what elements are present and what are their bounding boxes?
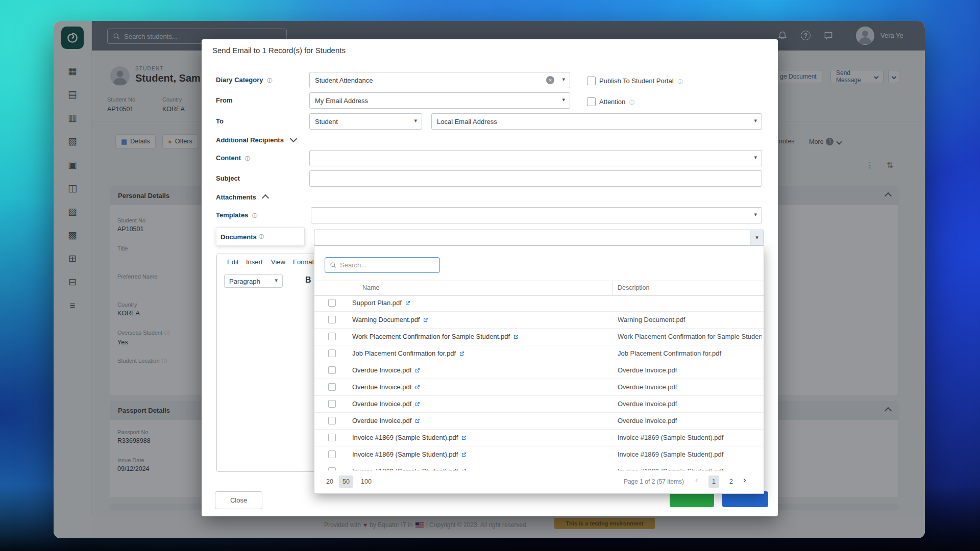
combobox-toggle-button[interactable]: ▾ [750,230,764,245]
document-description: Warning Document.pdf [618,316,762,323]
to-email-select[interactable]: Local Email Address ▾ [431,113,762,130]
column-header-description[interactable]: Description [618,284,650,291]
page-2-button[interactable]: 2 [726,475,737,488]
table-row[interactable]: Invoice #1869 (Sample Student).pdf Invoi… [314,430,764,446]
external-link-icon[interactable] [461,435,467,441]
publish-portal-label: Publish To Student Portal ⓘ [599,77,682,85]
document-name: Job Placement Confirmation for.pdf [352,349,465,357]
table-row[interactable]: Overdue Invoice.pdf Overdue Invoice.pdf [314,413,764,430]
row-checkbox[interactable] [328,299,336,307]
documents-search-input[interactable]: Search... [325,257,440,273]
row-checkbox[interactable] [328,366,336,374]
row-checkbox[interactable] [328,383,336,391]
info-icon: ⓘ [259,233,264,240]
document-description: Invoice #1869 (Sample Student).pdf [618,467,762,470]
page-size-100[interactable]: 100 [357,475,375,488]
table-row[interactable]: Job Placement Confirmation for.pdf Job P… [314,345,764,362]
page-1-button[interactable]: 1 [708,475,719,488]
caret-down-icon[interactable]: ▾ [754,117,757,124]
external-link-icon[interactable] [414,384,421,390]
row-checkbox[interactable] [328,400,336,408]
from-label: From [216,96,233,104]
caret-down-icon[interactable]: ▾ [562,76,565,83]
info-icon: ⓘ [252,213,257,218]
diary-category-select[interactable]: Student Attendance × ▾ [309,72,570,88]
external-link-icon[interactable] [513,334,519,340]
document-name: Overdue Invoice.pdf [352,383,421,391]
attachments-toggle[interactable]: Attachments [216,193,268,201]
document-description: Invoice #1869 (Sample Student).pdf [618,434,762,441]
editor-menu-view[interactable]: View [271,258,285,266]
document-name: Work Placement Confirmation for Sample S… [352,333,519,340]
editor-menu-format[interactable]: Format [293,258,314,266]
content-select[interactable]: ▾ [309,150,762,166]
caret-down-icon[interactable]: ▾ [414,117,417,124]
documents-table-body: Support Plan.pdf Warning Document.pdf Wa… [314,295,764,470]
attention-checkbox[interactable] [587,97,596,106]
next-page-button[interactable]: › [743,475,746,485]
caret-down-icon[interactable]: ▾ [754,211,757,218]
row-checkbox[interactable] [328,316,336,323]
publish-portal-checkbox[interactable] [587,77,596,85]
subject-input[interactable] [309,170,762,187]
table-row[interactable]: Support Plan.pdf [314,295,764,312]
document-description: Work Placement Confirmation for Sample S… [618,333,762,340]
table-row[interactable]: Invoice #1869 (Sample Student).pdf Invoi… [314,446,764,463]
document-name: Overdue Invoice.pdf [352,366,421,374]
table-row[interactable]: Overdue Invoice.pdf Overdue Invoice.pdf [314,396,764,413]
table-row[interactable]: Overdue Invoice.pdf Overdue Invoice.pdf [314,379,764,396]
caret-down-icon[interactable]: ▾ [562,96,565,103]
close-button[interactable]: Close [215,491,262,509]
additional-recipients-toggle[interactable]: Additional Recipients [216,136,296,144]
table-row[interactable]: Overdue Invoice.pdf Overdue Invoice.pdf [314,362,764,379]
editor-menu-edit[interactable]: Edit [227,258,238,266]
row-checkbox[interactable] [328,434,336,441]
table-row[interactable]: Invoice #1869 (Sample Student).pdf Invoi… [314,463,764,470]
row-checkbox[interactable] [328,467,336,470]
clear-icon[interactable]: × [546,76,554,84]
from-select[interactable]: My Email Address ▾ [309,92,570,109]
column-divider [612,281,612,295]
document-name: Overdue Invoice.pdf [352,417,421,424]
external-link-icon[interactable] [459,350,465,357]
row-checkbox[interactable] [328,417,336,424]
caret-down-icon: ▾ [275,277,278,284]
documents-combobox[interactable]: ▾ [314,230,764,245]
editor-menu-insert[interactable]: Insert [246,258,263,266]
page-size-20[interactable]: 20 [323,475,337,488]
bold-button[interactable]: B [305,276,311,285]
caret-down-icon[interactable]: ▾ [754,154,757,161]
table-row[interactable]: Warning Document.pdf Warning Document.pd… [314,312,764,329]
document-description: Job Placement Confirmation for.pdf [618,349,762,357]
modal-title: Send Email to 1 Record(s) for Students [212,46,346,55]
page-size-50[interactable]: 50 [339,475,353,488]
column-header-name[interactable]: Name [362,284,379,291]
to-label: To [216,117,224,125]
row-checkbox[interactable] [328,349,336,357]
external-link-icon[interactable] [414,367,421,373]
external-link-icon[interactable] [461,452,467,458]
documents-dropdown-panel: Search... Name Description Support Plan.… [314,245,764,494]
document-name: Overdue Invoice.pdf [352,400,421,408]
row-checkbox[interactable] [328,333,336,340]
info-icon: ⓘ [267,78,272,83]
external-link-icon[interactable] [423,317,429,323]
row-checkbox[interactable] [328,450,336,458]
paragraph-style-select[interactable]: Paragraph ▾ [224,274,283,288]
table-row[interactable]: Work Placement Confirmation for Sample S… [314,329,764,345]
chevron-down-icon [289,135,297,142]
pagination-bar: 20 50 100 Page 1 of 2 (57 items) ‹ 1 2 › [314,474,764,490]
external-link-icon[interactable] [405,300,411,306]
table-header: Name Description [314,281,764,296]
external-link-icon[interactable] [414,418,421,424]
desktop-wallpaper: Search students... ? Vera Ye ▦▤▥▧▣◫▨▩⊞⊟≡… [0,0,980,551]
to-type-select[interactable]: Student ▾ [309,113,422,130]
external-link-icon[interactable] [461,468,467,471]
templates-select[interactable]: ▾ [311,207,762,223]
info-icon: ⓘ [677,79,682,84]
external-link-icon[interactable] [414,401,421,407]
prev-page-button[interactable]: ‹ [695,475,698,485]
subject-label: Subject [216,174,240,182]
templates-label: Templates ⓘ [216,211,257,219]
app-window: Search students... ? Vera Ye ▦▤▥▧▣◫▨▩⊞⊟≡… [54,21,925,538]
